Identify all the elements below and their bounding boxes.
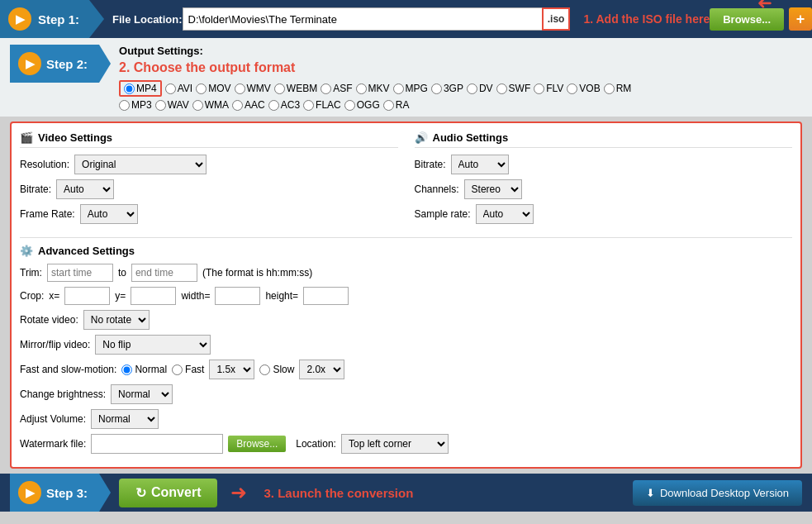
resolution-select[interactable]: Original 1920x1080 1280x720 <box>74 155 207 174</box>
mirror-select[interactable]: No flip Horizontal flip Vertical flip <box>95 335 211 355</box>
format-rm[interactable]: RM <box>604 83 632 94</box>
audio-settings-title: Audio Settings <box>433 131 509 144</box>
crop-row: Crop: x= y= width= height= <box>20 287 792 305</box>
radio-swf[interactable] <box>496 83 507 94</box>
format-mpg[interactable]: MPG <box>393 83 428 94</box>
audio-bitrate-row: Bitrate: Auto 320k <box>415 155 793 174</box>
download-button[interactable]: ⬇ Download Desktop Version <box>633 480 802 506</box>
radio-asf[interactable] <box>321 83 331 94</box>
format-avi[interactable]: AVI <box>165 83 192 94</box>
crop-y-input[interactable] <box>131 287 176 305</box>
watermark-location-select[interactable]: Top left corner Top right corner Bottom … <box>341 434 449 454</box>
radio-wav[interactable] <box>155 100 166 111</box>
trim-start-input[interactable] <box>47 264 113 282</box>
brightness-select[interactable]: Normal Brighten Darken <box>111 384 173 404</box>
add-file-button[interactable]: + <box>789 7 812 31</box>
format-mp3[interactable]: MP3 <box>119 99 152 111</box>
motion-fast-option[interactable]: Fast <box>172 364 204 375</box>
framerate-label: Frame Rate: <box>20 208 75 220</box>
watermark-browse-button[interactable]: Browse... <box>228 436 286 452</box>
radio-flac[interactable] <box>303 100 314 111</box>
radio-mkv[interactable] <box>356 83 367 94</box>
radio-ra[interactable] <box>383 100 394 111</box>
format-flv[interactable]: FLV <box>534 83 563 94</box>
format-asf[interactable]: ASF <box>321 83 352 94</box>
motion-row: Fast and slow-motion: Normal Fast 1.5x 2… <box>20 360 792 379</box>
mirror-label: Mirror/flip video: <box>20 339 90 350</box>
output-settings-label: Output Settings: <box>119 45 802 57</box>
step1-bar: ▶ Step 1: File Location: .iso 1. Add the… <box>0 0 812 38</box>
channels-select[interactable]: Stereo Mono 5.1 <box>464 179 522 199</box>
iso-badge: .iso <box>542 7 571 31</box>
radio-wmv[interactable] <box>235 83 245 94</box>
video-settings-icon: 🎬 <box>20 131 33 144</box>
format-mkv[interactable]: MKV <box>356 83 390 94</box>
trim-end-input[interactable] <box>131 264 197 282</box>
radio-3gp[interactable] <box>431 83 442 94</box>
format-mp4[interactable]: MP4 <box>119 80 162 97</box>
radio-flv[interactable] <box>534 83 544 94</box>
download-label: Download Desktop Version <box>660 487 789 499</box>
watermark-input[interactable] <box>91 434 223 454</box>
video-bitrate-label: Bitrate: <box>20 183 51 195</box>
rotate-row: Rotate video: No rotate 90° 180° 270° <box>20 310 792 330</box>
convert-button[interactable]: ↻ Convert <box>119 479 217 507</box>
radio-mov[interactable] <box>196 83 207 94</box>
radio-dv[interactable] <box>467 83 477 94</box>
radio-mp4[interactable] <box>124 83 135 94</box>
radio-avi[interactable] <box>165 83 176 94</box>
video-settings: 🎬 Video Settings Resolution: Original 19… <box>20 131 398 229</box>
browse-button[interactable]: Browse... <box>710 8 784 31</box>
radio-motion-slow[interactable] <box>259 364 270 375</box>
radio-ac3[interactable] <box>268 100 279 111</box>
radio-motion-fast[interactable] <box>172 364 183 375</box>
format-3gp[interactable]: 3GP <box>431 83 463 94</box>
radio-aac[interactable] <box>232 100 243 111</box>
video-bitrate-select[interactable]: Auto 8000k <box>56 179 114 199</box>
motion-slow-option[interactable]: Slow <box>259 364 294 375</box>
motion-fast-select[interactable]: 1.5x 2x 4x <box>209 360 254 379</box>
radio-rm[interactable] <box>604 83 615 94</box>
crop-x-input[interactable] <box>64 287 110 305</box>
format-webm[interactable]: WEBM <box>274 83 317 94</box>
crop-width-input[interactable] <box>215 287 260 305</box>
radio-ogg[interactable] <box>344 100 355 111</box>
format-mov[interactable]: MOV <box>196 83 230 94</box>
motion-normal-option[interactable]: Normal <box>121 364 167 375</box>
rotate-select[interactable]: No rotate 90° 180° 270° <box>83 310 150 330</box>
format-swf[interactable]: SWF <box>496 83 531 94</box>
advanced-settings-icon: ⚙️ <box>20 245 33 257</box>
samplerate-select[interactable]: Auto 44100 48000 <box>476 204 534 224</box>
format-wmv[interactable]: WMV <box>235 83 271 94</box>
format-wav[interactable]: WAV <box>155 99 189 111</box>
trim-format-hint: (The format is hh:mm:ss) <box>202 267 312 279</box>
framerate-select[interactable]: Auto 30 60 <box>80 204 138 224</box>
format-dv[interactable]: DV <box>467 83 493 94</box>
volume-select[interactable]: Normal Increase Decrease Mute <box>91 409 159 429</box>
motion-normal-label: Normal <box>135 364 167 375</box>
label-mp4: MP4 <box>136 83 157 94</box>
file-location-input[interactable] <box>183 7 542 31</box>
format-ra[interactable]: RA <box>383 99 410 111</box>
step2-label: Step 2: <box>46 57 88 71</box>
format-ac3[interactable]: AC3 <box>268 99 300 111</box>
crop-height-input[interactable] <box>303 287 349 305</box>
radio-vob[interactable] <box>567 83 577 94</box>
format-flac[interactable]: FLAC <box>303 99 341 111</box>
format-vob[interactable]: VOB <box>567 83 600 94</box>
advanced-settings-header: ⚙️ Advanced Settings <box>20 245 792 257</box>
volume-row: Adjust Volume: Normal Increase Decrease … <box>20 409 792 429</box>
format-ogg[interactable]: OGG <box>344 99 380 111</box>
format-wma[interactable]: WMA <box>192 99 229 111</box>
radio-mp3[interactable] <box>119 100 130 111</box>
radio-wma[interactable] <box>192 100 203 111</box>
motion-slow-select[interactable]: 2.0x 0.5x 0.25x <box>299 360 344 379</box>
output-settings-area: Output Settings: 2. Choose the output fo… <box>119 45 802 113</box>
audio-settings-header: 🔊 Audio Settings <box>415 131 793 148</box>
radio-mpg[interactable] <box>393 83 404 94</box>
radio-webm[interactable] <box>274 83 285 94</box>
format-aac[interactable]: AAC <box>232 99 265 111</box>
channels-row: Channels: Stereo Mono 5.1 <box>415 179 793 199</box>
radio-motion-normal[interactable] <box>121 364 132 375</box>
audio-bitrate-select[interactable]: Auto 320k <box>451 155 509 174</box>
